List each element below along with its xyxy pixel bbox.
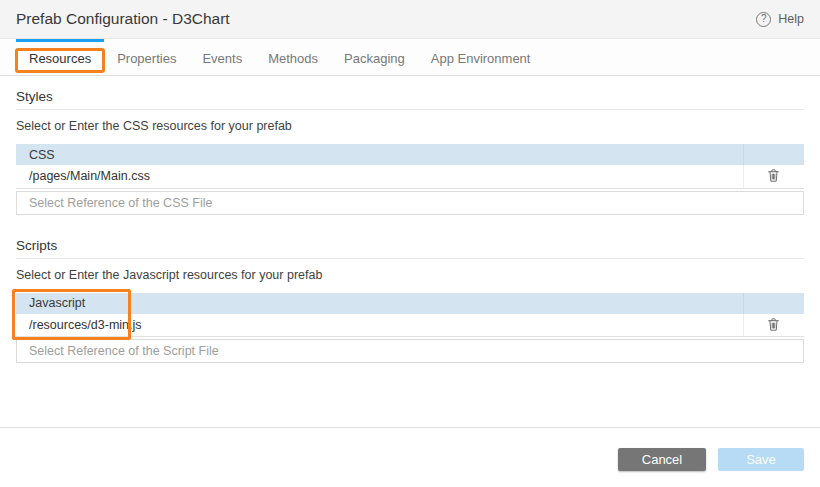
tab-packaging[interactable]: Packaging — [331, 39, 418, 75]
trash-icon — [767, 317, 780, 332]
save-button[interactable]: Save — [718, 448, 804, 471]
tab-properties[interactable]: Properties — [104, 39, 189, 75]
dialog-footer: Cancel Save — [0, 427, 820, 487]
tab-methods-label: Methods — [268, 51, 318, 66]
css-row-actions-cell — [743, 165, 804, 188]
scripts-section-title: Scripts — [16, 239, 804, 259]
cancel-button[interactable]: Cancel — [618, 448, 706, 471]
help-button[interactable]: ? Help — [756, 12, 804, 27]
js-table-header-row: Javascript — [16, 293, 804, 314]
tab-app-environment[interactable]: App Environment — [418, 39, 544, 75]
styles-section-title: Styles — [16, 90, 804, 110]
delete-css-resource-button[interactable] — [765, 166, 782, 185]
js-row-actions-cell — [743, 314, 804, 337]
js-resources-table: Javascript /resources/d3-min.js — [16, 293, 804, 338]
scripts-section-description: Select or Enter the Javascript resources… — [16, 269, 804, 282]
js-resource-path: /resources/d3-min.js — [16, 314, 743, 337]
page-title: Prefab Configuration - D3Chart — [16, 10, 230, 28]
css-resources-table: CSS /pages/Main/Main.css — [16, 144, 804, 189]
table-row: /resources/d3-min.js — [16, 314, 804, 337]
tab-events[interactable]: Events — [189, 39, 255, 75]
tab-app-environment-label: App Environment — [431, 51, 531, 66]
scripts-section: Scripts Select or Enter the Javascript r… — [16, 239, 804, 364]
js-table-wrap: Javascript /resources/d3-min.js — [16, 293, 804, 338]
trash-icon — [767, 168, 780, 183]
table-row: /pages/Main/Main.css — [16, 165, 804, 188]
css-actions-column-header — [743, 144, 804, 165]
help-question-icon: ? — [756, 12, 771, 27]
tab-resources-label: Resources — [29, 51, 91, 66]
styles-section: Styles Select or Enter the CSS resources… — [16, 90, 804, 215]
resources-tab-content: Styles Select or Enter the CSS resources… — [0, 90, 820, 363]
css-table-header-row: CSS — [16, 144, 804, 165]
tab-resources[interactable]: Resources — [16, 39, 104, 75]
tab-bar: Resources Properties Events Methods Pack… — [0, 39, 820, 76]
css-column-header: CSS — [16, 144, 743, 165]
css-reference-input[interactable] — [16, 191, 804, 215]
delete-js-resource-button[interactable] — [765, 315, 782, 334]
script-reference-input[interactable] — [16, 339, 804, 363]
tab-properties-label: Properties — [117, 51, 176, 66]
js-actions-column-header — [743, 293, 804, 314]
dialog-titlebar: Prefab Configuration - D3Chart ? Help — [0, 0, 820, 39]
css-table-wrap: CSS /pages/Main/Main.css — [16, 144, 804, 189]
help-label: Help — [778, 12, 804, 26]
javascript-column-header: Javascript — [16, 293, 743, 314]
tab-events-label: Events — [202, 51, 242, 66]
css-resource-path: /pages/Main/Main.css — [16, 165, 743, 188]
tab-methods[interactable]: Methods — [255, 39, 331, 75]
tab-packaging-label: Packaging — [344, 51, 405, 66]
styles-section-description: Select or Enter the CSS resources for yo… — [16, 120, 804, 133]
